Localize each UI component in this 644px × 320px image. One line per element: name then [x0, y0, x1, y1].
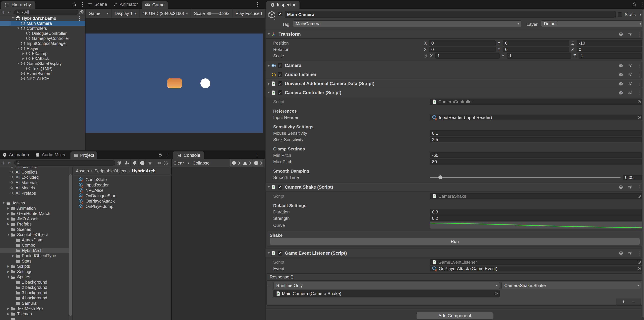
run-button[interactable]: Run — [270, 238, 640, 245]
tab-animation[interactable]: Animation — [2, 150, 29, 159]
create-asset-button[interactable]: + — [2, 159, 6, 167]
hierarchy-item[interactable]: ▼Player — [0, 46, 85, 51]
component-enabled-checkbox[interactable]: ✓ — [278, 251, 282, 256]
project-tree-scrollbar[interactable] — [69, 167, 72, 320]
help-icon[interactable]: ? — [619, 63, 623, 68]
object-picker-icon[interactable] — [637, 194, 642, 198]
kebab-icon[interactable]: ⋮ — [254, 152, 260, 157]
project-folder-item[interactable]: ▶Animation — [0, 206, 69, 211]
component-enabled-checkbox[interactable]: ✓ — [278, 72, 282, 77]
hierarchy-search-input[interactable]: ▾ All — [14, 9, 78, 15]
kebab-icon[interactable]: ⋮ — [77, 16, 82, 21]
script-field[interactable]: #CameraShake — [430, 193, 643, 199]
asset-item[interactable]: {}GameState — [73, 177, 171, 182]
project-folder-item[interactable]: ▶Scripts — [0, 264, 69, 269]
kebab-icon[interactable]: ⋮ — [640, 2, 644, 7]
hierarchy-item[interactable]: ▼Controllers — [0, 26, 85, 31]
script-field[interactable]: #CameraController — [430, 99, 643, 105]
project-folder-item[interactable]: ▼Sprites — [0, 274, 69, 280]
tab-console[interactable]: Console — [173, 151, 204, 159]
breadcrumb-segment[interactable]: ScriptableObject — [94, 168, 126, 174]
preset-icon[interactable] — [628, 81, 632, 86]
z-input[interactable]: 0 — [576, 46, 643, 52]
component-header[interactable]: ✓Audio Listener?⋮ — [266, 70, 644, 79]
component-header[interactable]: ▶✓Camera?⋮ — [266, 61, 644, 70]
help-icon[interactable]: ? — [619, 32, 623, 36]
console-log-area[interactable] — [172, 167, 265, 320]
add-component-button[interactable]: Add Component — [416, 312, 493, 320]
method-dropdown[interactable]: CameraShake.Shake▾ — [502, 282, 641, 289]
scale-slider[interactable]: Scale 0.28x — [191, 9, 232, 18]
response-header[interactable]: Response () — [267, 274, 642, 281]
hierarchy-item[interactable]: ▶FXAttack — [0, 56, 85, 61]
info-count-toggle[interactable]: ! 0 — [230, 159, 241, 167]
asset-item[interactable]: {}OnPlayerAttack — [73, 198, 171, 204]
kebab-icon[interactable]: ⋮ — [636, 32, 642, 37]
create-asset-caret-icon[interactable]: ▾ — [8, 162, 10, 165]
help-icon[interactable]: ? — [619, 251, 623, 256]
value-input[interactable]: -60 — [430, 152, 643, 158]
z-input[interactable]: 1 — [578, 53, 643, 59]
link-icon[interactable] — [424, 54, 428, 58]
value-input[interactable]: 80 — [430, 159, 643, 165]
value-input[interactable]: 0.2 — [430, 215, 643, 221]
favorite-search-item[interactable]: All Modified — [0, 167, 69, 170]
tab-animator[interactable]: Animator — [113, 0, 138, 9]
collapse-button[interactable]: Collapse — [192, 161, 210, 166]
component-header[interactable]: ▶#✓Universal Additional Camera Data (Scr… — [266, 79, 644, 88]
object-picker-icon[interactable] — [637, 260, 642, 264]
error-count-toggle[interactable]: ! 0 — [252, 159, 263, 167]
component-header[interactable]: ▼#✓Game Event Listener (Script)?⋮ — [266, 249, 644, 258]
y-input[interactable]: 0 — [503, 40, 569, 46]
search-by-log-type-icon[interactable]: ! — [138, 159, 146, 167]
clear-caret-icon[interactable]: ▾ — [186, 162, 189, 165]
gameobject-foldout-caret-icon[interactable]: ▾ — [274, 18, 276, 20]
preset-icon[interactable] — [628, 90, 632, 95]
foldout-open-icon[interactable]: ▼ — [266, 32, 271, 36]
component-header[interactable]: ▼#✓Camera Shake (Script)?⋮ — [266, 183, 644, 192]
favorite-search-item[interactable]: All Excluded — [0, 175, 69, 180]
project-folder-item[interactable]: 3 background — [0, 290, 69, 296]
foldout-closed-icon[interactable]: ▶ — [6, 307, 11, 310]
value-input[interactable]: 2.5 — [430, 137, 643, 142]
open-search-window-icon[interactable] — [79, 10, 84, 14]
foldout-open-icon[interactable]: ▼ — [1, 201, 6, 205]
static-checkbox[interactable] — [618, 12, 622, 17]
foldout-closed-icon[interactable]: ▶ — [6, 207, 11, 210]
project-search-input[interactable] — [14, 160, 116, 166]
target-object-field[interactable]: #Main Camera (Camera Shake) — [273, 290, 500, 297]
preset-icon[interactable] — [628, 63, 632, 68]
static-caret-icon[interactable]: ▾ — [640, 13, 642, 16]
favorite-search-item[interactable]: All Materials — [0, 180, 69, 185]
name-field[interactable]: Main Camera — [285, 11, 616, 18]
hierarchy-item[interactable]: ▼GameStateDisplay — [0, 61, 85, 66]
project-folder-item[interactable]: 1 background — [0, 280, 69, 285]
transform-header[interactable]: ▼ Transform ? ⋮ — [266, 30, 644, 38]
drag-handle-icon[interactable] — [267, 283, 272, 288]
project-folder-item[interactable]: 4 background — [0, 295, 69, 301]
game-target-dropdown[interactable]: Game▾ — [86, 9, 112, 18]
project-folder-item[interactable]: ▶PooledObjectType — [0, 253, 69, 259]
component-enabled-checkbox[interactable]: ✓ — [278, 185, 282, 190]
tab-hierarchy[interactable]: Hierarchy — [1, 1, 35, 9]
display-dropdown[interactable]: Display 1▾ — [112, 9, 139, 18]
favorite-search-item[interactable]: All Prefabs — [0, 191, 69, 196]
breadcrumb-segment[interactable]: Assets — [76, 168, 89, 174]
component-header[interactable]: ▼#✓Camera Controller (Script)?⋮ — [266, 88, 644, 97]
foldout-closed-icon[interactable]: ▶ — [21, 52, 26, 55]
favorite-search-item[interactable]: All Models — [0, 185, 69, 191]
value-input[interactable]: 0.1 — [430, 130, 643, 136]
hierarchy-item[interactable]: NPC-ALICE — [0, 76, 85, 81]
project-folder-item[interactable]: Stats — [0, 259, 69, 264]
project-folder-item[interactable]: ▶JMO Assets — [0, 216, 69, 222]
add-object-button[interactable]: + — [2, 9, 6, 16]
kebab-icon[interactable]: ⋮ — [636, 63, 642, 68]
help-icon[interactable]: ? — [619, 185, 623, 190]
hidden-packages-toggle[interactable]: 36 — [154, 159, 171, 167]
hierarchy-item[interactable]: ▶FXJump — [0, 51, 85, 56]
play-focused-dropdown[interactable]: Play Focused — [232, 9, 265, 18]
save-search-icon[interactable] — [146, 159, 154, 167]
resolution-dropdown[interactable]: 4K UHD (3840x2160)▾ — [139, 9, 191, 18]
preset-icon[interactable] — [628, 251, 632, 256]
foldout-closed-icon[interactable]: ▶ — [21, 57, 26, 60]
